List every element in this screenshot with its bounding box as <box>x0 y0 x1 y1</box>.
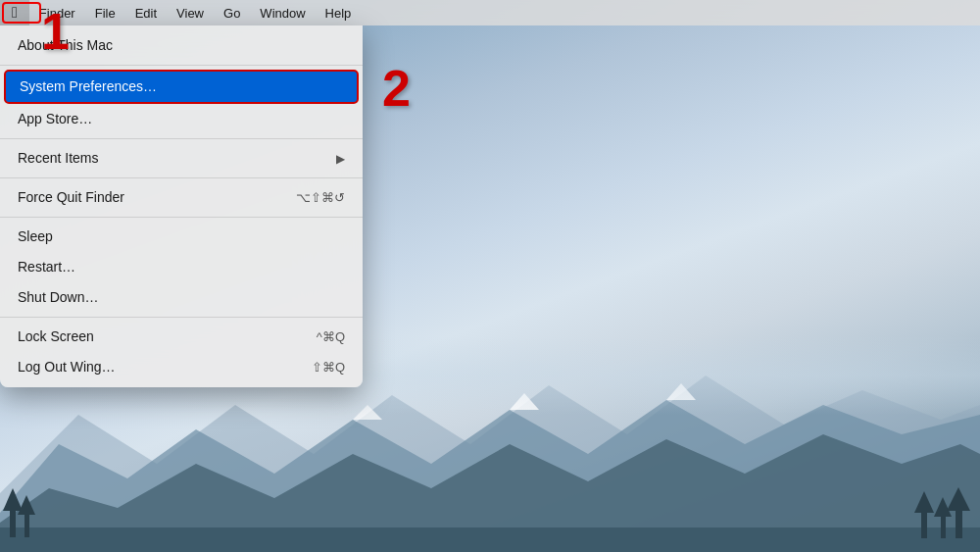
apple-menu-button[interactable]:  <box>0 0 29 25</box>
force-quit-shortcut: ⌥⇧⌘↺ <box>296 188 345 208</box>
menubar-help[interactable]: Help <box>316 0 362 25</box>
step2-label: 2 <box>382 59 411 118</box>
menubar:  Finder File Edit View Go Window Help <box>0 0 980 25</box>
menu-separator-2 <box>0 138 363 139</box>
menu-separator-1 <box>0 65 363 66</box>
menubar-view[interactable]: View <box>167 0 214 25</box>
menubar-window[interactable]: Window <box>250 0 315 25</box>
menu-separator-5 <box>0 317 363 318</box>
lock-screen-shortcut: ^⌘Q <box>317 327 345 347</box>
menu-item-log-out[interactable]: Log Out Wing… ⇧⌘Q <box>0 352 363 382</box>
svg-rect-15 <box>956 509 962 538</box>
svg-rect-6 <box>0 527 980 552</box>
svg-rect-9 <box>24 513 29 537</box>
menubar-file[interactable]: File <box>85 0 125 25</box>
menu-item-recent-items[interactable]: Recent Items ▶ <box>0 143 363 174</box>
menu-item-app-store[interactable]: App Store… <box>0 104 363 134</box>
svg-rect-7 <box>10 508 16 537</box>
svg-rect-13 <box>941 515 946 538</box>
menu-item-shut-down[interactable]: Shut Down… <box>0 282 363 313</box>
apple-dropdown-menu: About This Mac System Preferences… App S… <box>0 25 363 387</box>
menubar-go[interactable]: Go <box>214 0 250 25</box>
menu-item-system-preferences[interactable]: System Preferences… <box>4 70 359 104</box>
svg-rect-11 <box>921 511 927 538</box>
step1-label: 1 <box>41 2 70 61</box>
menu-separator-4 <box>0 217 363 218</box>
menu-item-sleep[interactable]: Sleep <box>0 222 363 252</box>
menu-item-restart[interactable]: Restart… <box>0 252 363 282</box>
log-out-shortcut: ⇧⌘Q <box>312 358 345 377</box>
menu-item-force-quit[interactable]: Force Quit Finder ⌥⇧⌘↺ <box>0 182 363 213</box>
apple-logo-icon:  <box>12 4 18 22</box>
recent-items-arrow-icon: ▶ <box>336 150 345 168</box>
menubar-edit[interactable]: Edit <box>125 0 167 25</box>
menu-separator-3 <box>0 177 363 178</box>
menu-item-lock-screen[interactable]: Lock Screen ^⌘Q <box>0 322 363 352</box>
